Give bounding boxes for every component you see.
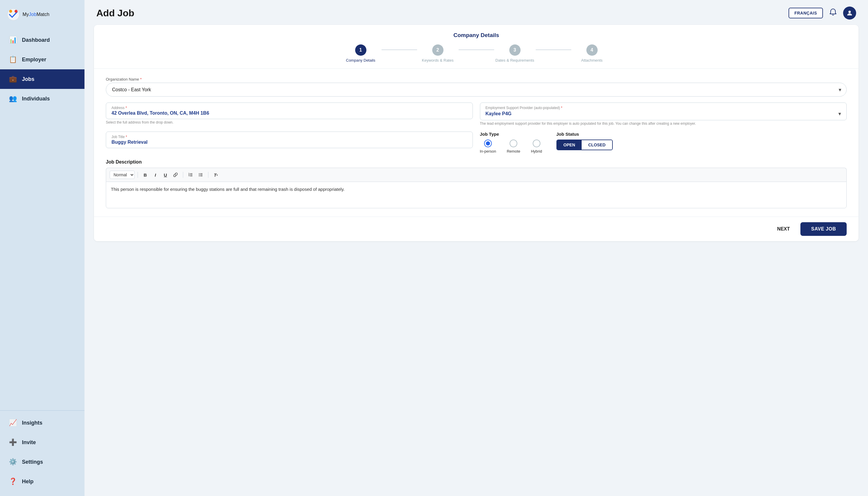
stepper-title: Company Details: [106, 32, 847, 38]
step-1-circle: 1: [355, 44, 366, 56]
sidebar-item-dashboard[interactable]: 📊 Dashboard: [0, 30, 85, 50]
stepper: 1 Company Details 2 Keywords & Rates 3 D…: [106, 44, 847, 63]
sidebar-item-label: Insights: [22, 420, 42, 426]
address-input-wrapper: Address *: [106, 103, 473, 119]
employer-icon: 📋: [8, 55, 17, 64]
toolbar-italic-btn[interactable]: I: [151, 170, 160, 179]
toolbar-bold-btn[interactable]: B: [141, 170, 150, 179]
step-2-circle: 2: [432, 44, 443, 56]
dashboard-icon: 📊: [8, 35, 17, 44]
svg-point-11: [199, 174, 199, 175]
step-line-3: [536, 49, 571, 50]
address-hint: Select the full address from the drop do…: [106, 120, 473, 124]
esp-label: Employment Support Provider (auto-popula…: [486, 106, 841, 110]
job-type-radio-group: In-person Remote Hybrid: [480, 140, 542, 154]
svg-point-1: [15, 10, 17, 13]
step-3-circle: 3: [509, 44, 521, 56]
sidebar-item-label: Employer: [22, 57, 46, 63]
job-meta-row: Job Type In-person Remote: [480, 131, 847, 154]
job-title-field: Job Title *: [106, 131, 473, 154]
job-meta-section: Job Type In-person Remote: [480, 131, 847, 154]
svg-point-10: [199, 173, 199, 174]
sidebar-item-invite[interactable]: ➕ Invite: [0, 433, 85, 452]
org-name-label: Organization Name *: [106, 77, 847, 81]
job-type-label: Job Type: [480, 131, 542, 137]
francais-button[interactable]: FRANÇAIS: [789, 8, 823, 18]
job-title-input[interactable]: [111, 140, 467, 145]
help-icon: ❓: [8, 477, 17, 486]
toolbar-link-btn[interactable]: [171, 170, 180, 179]
sidebar-item-individuals[interactable]: 👥 Individuals: [0, 89, 85, 108]
notification-button[interactable]: [828, 7, 838, 19]
step-2-label: Keywords & Rates: [422, 58, 454, 63]
org-name-select-wrapper: Costco - East York: [106, 83, 847, 97]
form-section: Organization Name * Costco - East York A…: [94, 69, 858, 217]
toolbar-unordered-list-btn[interactable]: [196, 170, 205, 179]
radio-in-person-circle: [484, 140, 492, 147]
logo-text: MyJobMatch: [22, 12, 49, 17]
address-field: Address * Select the full address from t…: [106, 103, 473, 126]
main-content: Add Job FRANÇAIS Company Details: [85, 0, 868, 496]
address-esp-row: Address * Select the full address from t…: [106, 103, 847, 126]
header: Add Job FRANÇAIS: [85, 0, 868, 22]
sidebar-item-settings[interactable]: ⚙️ Settings: [0, 452, 85, 472]
save-job-button[interactable]: SAVE JOB: [801, 222, 847, 236]
toolbar-clear-format-btn[interactable]: Tx: [211, 170, 220, 179]
job-type-section: Job Type In-person Remote: [480, 131, 542, 154]
job-desc-text: This person is responsible for ensuring …: [111, 187, 345, 192]
job-status-section: Job Status OPEN CLOSED: [557, 131, 613, 150]
job-title-label: Job Title *: [111, 135, 467, 139]
sidebar-item-insights[interactable]: 📈 Insights: [0, 413, 85, 433]
sidebar-item-help[interactable]: ❓ Help: [0, 472, 85, 491]
step-line-1: [382, 49, 417, 50]
step-4-label: Attachments: [581, 58, 603, 63]
job-desc-body[interactable]: This person is responsible for ensuring …: [106, 182, 847, 208]
avatar-button[interactable]: [843, 6, 856, 19]
svg-text:3.: 3.: [188, 175, 190, 176]
job-status-label: Job Status: [557, 131, 613, 137]
radio-remote[interactable]: Remote: [507, 140, 520, 154]
user-icon: [846, 10, 853, 17]
sidebar-item-jobs[interactable]: 💼 Jobs: [0, 69, 85, 89]
job-description-section: Job Description Normal B I U 1.2.3.: [106, 159, 847, 208]
radio-hybrid[interactable]: Hybrid: [531, 140, 542, 154]
logo: MyJobMatch: [0, 0, 85, 28]
logo-icon: [7, 8, 19, 21]
toolbar-divider-2: [183, 172, 183, 178]
esp-value: Kaylee P4G: [486, 111, 512, 117]
editor-toolbar: Normal B I U 1.2.3.: [106, 168, 847, 182]
nav-items: 📊 Dashboard 📋 Employer 💼 Jobs 👥 Individu…: [0, 28, 85, 496]
job-title-wrapper: Job Title *: [106, 131, 473, 148]
svg-point-2: [9, 10, 12, 13]
header-actions: FRANÇAIS: [789, 6, 856, 19]
sidebar-item-label: Dashboard: [22, 37, 50, 43]
toolbar-divider-3: [208, 172, 209, 178]
next-button[interactable]: NEXT: [773, 223, 795, 235]
add-job-card: Company Details 1 Company Details 2 Keyw…: [94, 25, 858, 241]
radio-in-person[interactable]: In-person: [480, 140, 496, 154]
sidebar-item-label: Settings: [22, 459, 43, 465]
sidebar-item-employer[interactable]: 📋 Employer: [0, 50, 85, 69]
title-meta-row: Job Title * Job Type In-person: [106, 131, 847, 154]
sidebar: MyJobMatch 📊 Dashboard 📋 Employer 💼 Jobs…: [0, 0, 85, 496]
address-label: Address *: [111, 106, 467, 110]
job-status-open-btn[interactable]: OPEN: [557, 140, 582, 150]
job-status-toggle: OPEN CLOSED: [557, 140, 613, 150]
toolbar-ordered-list-btn[interactable]: 1.2.3.: [186, 170, 195, 179]
step-3: 3 Dates & Requirements: [494, 44, 536, 63]
settings-icon: ⚙️: [8, 458, 17, 466]
step-1: 1 Company Details: [340, 44, 382, 63]
job-status-closed-btn[interactable]: CLOSED: [582, 140, 612, 150]
step-2: 2 Keywords & Rates: [417, 44, 459, 63]
editor-style-select[interactable]: Normal: [110, 171, 135, 179]
address-input[interactable]: [111, 110, 467, 116]
stepper-section: Company Details 1 Company Details 2 Keyw…: [94, 25, 858, 69]
step-1-label: Company Details: [346, 58, 375, 63]
toolbar-underline-btn[interactable]: U: [161, 170, 170, 179]
sidebar-item-label: Individuals: [22, 96, 50, 102]
bell-icon: [829, 8, 837, 16]
radio-hybrid-circle: [533, 140, 540, 147]
org-name-select[interactable]: Costco - East York: [106, 83, 847, 97]
radio-remote-label: Remote: [507, 149, 520, 154]
radio-remote-circle: [509, 140, 517, 147]
